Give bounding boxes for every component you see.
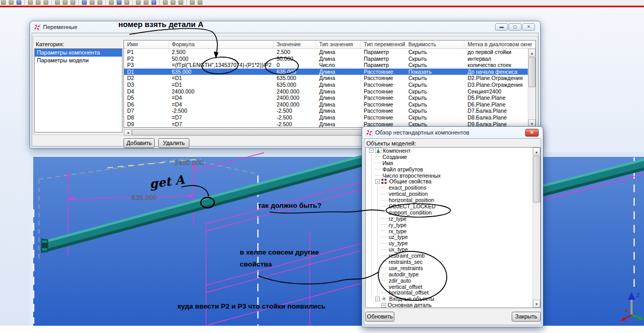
variables-titlebar[interactable]: Переменные — [30, 21, 540, 33]
tree-item-label[interactable]: vertical_offset — [389, 284, 422, 290]
toolbar-icon[interactable] — [98, 1, 102, 5]
close-button[interactable]: ✕ — [525, 129, 539, 137]
tree-item[interactable]: use_restraints — [366, 265, 540, 271]
cell-visibility[interactable]: Показать — [405, 69, 464, 75]
toolbar-icon[interactable] — [179, 1, 183, 5]
cell-visibility[interactable]: Скрыть — [405, 82, 464, 88]
cell-label[interactable]: D5.Plane.Plane — [464, 95, 528, 101]
cell-visibility[interactable]: Скрыть — [405, 49, 464, 56]
cell-var_type[interactable]: Расстояние — [361, 114, 405, 121]
toolbar-icon[interactable] — [152, 1, 156, 5]
cell-value[interactable]: 2400.000 — [273, 88, 316, 95]
add-button[interactable]: Добавить — [124, 138, 155, 148]
cell-visibility[interactable]: Скрыть — [405, 114, 464, 121]
cell-value_type[interactable]: Длина — [316, 56, 361, 62]
cell-visibility[interactable]: Скрыть — [405, 62, 464, 69]
minimize-button[interactable]: ▬ — [495, 23, 508, 31]
toolbar-icon[interactable] — [117, 1, 121, 5]
cell-name[interactable]: D1 — [124, 69, 169, 75]
cell-value[interactable]: 50.000 — [273, 56, 316, 62]
tree-item-label[interactable]: Создание — [382, 154, 407, 160]
cell-formula[interactable]: =D1 — [169, 82, 273, 88]
column-header[interactable]: Видимость — [405, 41, 464, 48]
toolbar-icon[interactable] — [163, 1, 168, 5]
cell-label[interactable]: Секция=2400 — [464, 88, 528, 95]
component-browser-window[interactable]: Обзор нестандартных компонентов ✕ Объект… — [362, 126, 543, 327]
tree-item-label[interactable]: Компонент — [383, 148, 410, 154]
toolbar-icon[interactable] — [190, 1, 195, 5]
toolbar-icon[interactable] — [136, 1, 141, 5]
tree-item-label[interactable]: Имя — [382, 160, 393, 166]
tree-item-label[interactable]: Файл атрибутов — [382, 166, 423, 172]
tree-item-label[interactable]: restraints_sec — [389, 259, 422, 265]
tree-item-label[interactable]: use_restraints — [389, 265, 423, 271]
cell-value_type[interactable]: Длина — [316, 49, 361, 56]
cell-visibility[interactable]: Скрыть — [405, 75, 464, 82]
cell-label[interactable]: интервал — [464, 56, 528, 62]
tree-item-label[interactable]: rx_type — [389, 228, 406, 234]
scroll-up-arrow[interactable]: ▲ — [528, 49, 536, 57]
cell-name[interactable]: D8 — [124, 114, 169, 121]
variables-table[interactable]: ИмяФормулаЗначениеТип значенияТип переме… — [124, 40, 536, 128]
column-header[interactable]: Формула — [169, 41, 273, 48]
cell-visibility[interactable]: Скрыть — [405, 56, 464, 62]
cell-label[interactable]: D6.Plane.Plane — [464, 101, 528, 108]
table-row[interactable]: D8=D7-2.500ДлинаРасстояниеСкрытьD8.Балка… — [124, 114, 528, 121]
toolbar-icon[interactable] — [44, 1, 48, 5]
cell-label[interactable]: D2.Plane.Ограждения — [464, 75, 528, 82]
tree-item[interactable]: restraints_sec — [366, 259, 540, 265]
cell-value[interactable]: -2.500 — [273, 108, 316, 114]
refresh-button[interactable]: Обновить — [365, 312, 394, 322]
table-header-row[interactable]: ИмяФормулаЗначениеТип значенияТип переме… — [124, 41, 536, 49]
toolbar-icon[interactable] — [90, 1, 94, 5]
tree-vertical-scrollbar[interactable]: ▲ ▼ — [532, 148, 540, 308]
table-vertical-scrollbar[interactable]: ▲ ▼ — [528, 49, 536, 127]
tree-item[interactable]: uy_type — [366, 240, 540, 246]
toolbar-icon[interactable] — [63, 1, 67, 5]
toolbar-icon[interactable] — [109, 1, 114, 5]
category-item[interactable]: Параметры компонента — [35, 49, 122, 57]
tree-item[interactable]: rz_type — [366, 216, 540, 222]
tree-item-label[interactable]: horizontal_offset — [389, 289, 429, 296]
tree-item[interactable]: restraint_comb — [366, 252, 540, 259]
tree-item[interactable]: Файл атрибутов — [366, 166, 540, 172]
toolbar-icon[interactable] — [82, 1, 87, 5]
tree-item-label[interactable]: zdir_auto — [389, 277, 411, 284]
cell-var_type[interactable]: Расстояние — [361, 108, 405, 114]
cell-visibility[interactable]: Скрыть — [405, 101, 464, 108]
cell-value_type[interactable]: Длина — [316, 114, 361, 121]
cell-name[interactable]: P2 — [124, 56, 169, 62]
cell-formula[interactable]: -2.500 — [169, 108, 273, 114]
cell-value[interactable]: -2.500 — [273, 121, 316, 127]
tree-item[interactable]: autodir_type — [366, 271, 540, 277]
column-header[interactable]: Метка в диалоговом окне — [464, 41, 536, 48]
maximize-button[interactable]: ▢ — [509, 23, 522, 31]
tree-item[interactable]: vertical_position — [366, 191, 540, 197]
tree-item-label[interactable]: exact_positions — [389, 184, 426, 191]
cell-visibility[interactable]: Скрыть — [405, 95, 464, 101]
cell-name[interactable]: D7 — [124, 108, 169, 114]
column-header[interactable]: Значение — [273, 41, 316, 48]
cell-formula[interactable]: =D7 — [169, 114, 273, 121]
column-header[interactable]: Тип переменной — [361, 41, 405, 48]
tree-item-label[interactable]: uz_type — [389, 234, 408, 240]
tree-item[interactable]: Число второстепенных — [366, 172, 540, 179]
cell-formula[interactable]: 50.000 — [169, 56, 273, 62]
cell-var_type[interactable]: Расстояние — [361, 95, 405, 101]
cell-value[interactable]: 2400.000 — [273, 95, 316, 101]
table-body[interactable]: P12.5002.500ДлинаПараметрСкрытьдо первой… — [124, 49, 528, 127]
tree-item-label[interactable]: vertical_position — [389, 191, 428, 197]
table-row[interactable]: P12.5002.500ДлинаПараметрСкрытьдо первой… — [124, 49, 528, 56]
tree-item[interactable]: OBJECT_LOCKED — [366, 203, 540, 209]
cell-value_type[interactable]: Длина — [316, 75, 361, 82]
table-row[interactable]: D7-2.500-2.500ДлинаРасстояниеСкрытьD7.Ба… — [124, 108, 528, 114]
tree-item-label[interactable]: autodir_type — [389, 271, 419, 277]
table-row[interactable]: D6=D42400.000ДлинаРасстояниеСкрытьD6.Pla… — [124, 101, 528, 108]
cell-value_type[interactable]: Длина — [316, 69, 361, 75]
cell-name[interactable]: D3 — [124, 82, 169, 88]
cell-formula[interactable]: 635.000 — [169, 69, 273, 75]
table-row[interactable]: P3=(fTpl("LENGTH",134537074)-(P1*2))/P20… — [124, 62, 528, 69]
tree-item[interactable]: −Общие свойства — [366, 178, 540, 184]
cell-var_type[interactable]: Параметр — [361, 49, 405, 56]
cell-var_type[interactable]: Расстояние — [361, 75, 405, 82]
